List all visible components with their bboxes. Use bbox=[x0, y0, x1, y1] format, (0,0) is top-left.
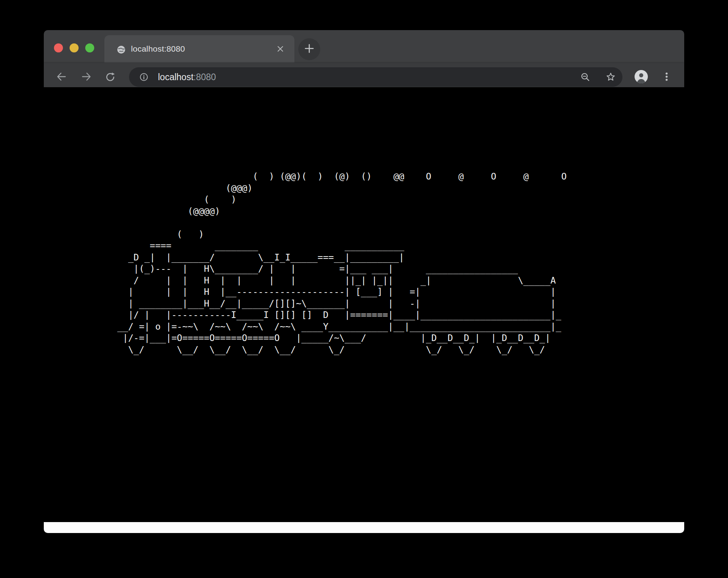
new-tab-button[interactable] bbox=[298, 38, 320, 60]
ascii-train-art: ( ) (@@)( ) (@) () @@ O @ O @ O (@@@) ( … bbox=[117, 171, 567, 355]
zoom-out-icon[interactable] bbox=[580, 72, 590, 82]
toolbar: localhost:8080 bbox=[44, 63, 684, 88]
info-icon[interactable] bbox=[140, 73, 148, 81]
window-bottom-bar bbox=[44, 522, 684, 533]
fullscreen-window-button[interactable] bbox=[85, 43, 94, 52]
url-port: :8080 bbox=[194, 72, 216, 82]
star-icon[interactable] bbox=[606, 72, 616, 82]
tab-bar: localhost:8080 bbox=[44, 30, 684, 63]
url-text: localhost:8080 bbox=[158, 67, 216, 87]
kebab-menu-icon[interactable] bbox=[662, 72, 671, 81]
globe-favicon-icon bbox=[117, 45, 126, 54]
avatar-icon[interactable] bbox=[635, 70, 648, 83]
minimize-window-button[interactable] bbox=[70, 43, 79, 52]
url-host: localhost bbox=[158, 72, 194, 82]
page-content: ( ) (@@)( ) (@) () @@ O @ O @ O (@@@) ( … bbox=[44, 87, 684, 522]
screen: { "window": { "tab": { "title": "localho… bbox=[0, 0, 728, 578]
tab-localhost[interactable]: localhost:8080 bbox=[104, 35, 294, 63]
tab-title: localhost:8080 bbox=[131, 35, 185, 63]
browser-window: localhost:8080 bbox=[44, 30, 684, 533]
reload-icon[interactable] bbox=[105, 72, 115, 82]
back-arrow-icon[interactable] bbox=[56, 72, 66, 82]
close-window-button[interactable] bbox=[54, 43, 63, 52]
address-bar[interactable]: localhost:8080 bbox=[129, 67, 622, 87]
forward-arrow-icon[interactable] bbox=[81, 72, 91, 82]
plus-icon bbox=[304, 43, 314, 55]
tab-close-icon[interactable] bbox=[276, 45, 284, 53]
